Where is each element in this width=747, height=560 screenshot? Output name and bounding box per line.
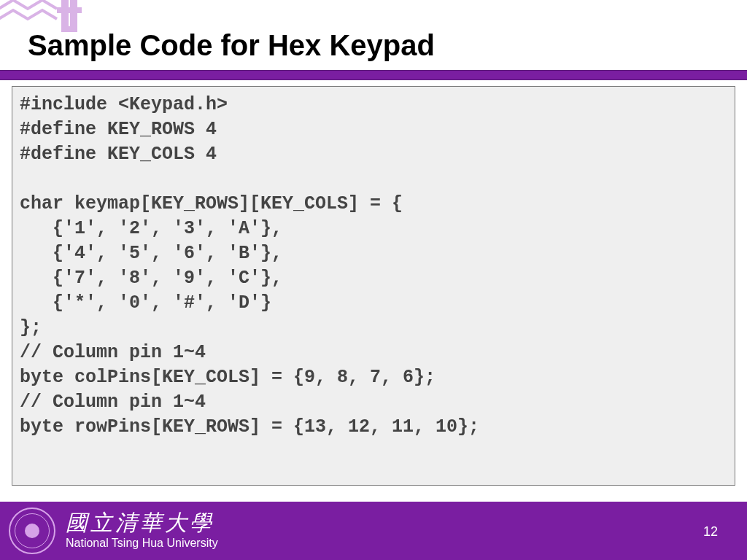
page-number: 12	[703, 524, 718, 540]
footer-name-english: National Tsing Hua University	[66, 537, 218, 550]
code-content: #include <Keypad.h> #define KEY_ROWS 4 #…	[20, 93, 727, 440]
code-block: #include <Keypad.h> #define KEY_ROWS 4 #…	[12, 86, 735, 486]
footer-text: 國立清華大學 National Tsing Hua University	[66, 512, 218, 550]
university-seal-icon	[9, 508, 55, 554]
footer-name-chinese: 國立清華大學	[66, 512, 218, 534]
slide: Sample Code for Hex Keypad #include <Key…	[0, 0, 747, 560]
svg-rect-2	[57, 7, 82, 13]
footer-bar: 國立清華大學 National Tsing Hua University 12	[0, 502, 747, 560]
header-divider	[0, 70, 747, 80]
slide-title: Sample Code for Hex Keypad	[28, 29, 435, 62]
